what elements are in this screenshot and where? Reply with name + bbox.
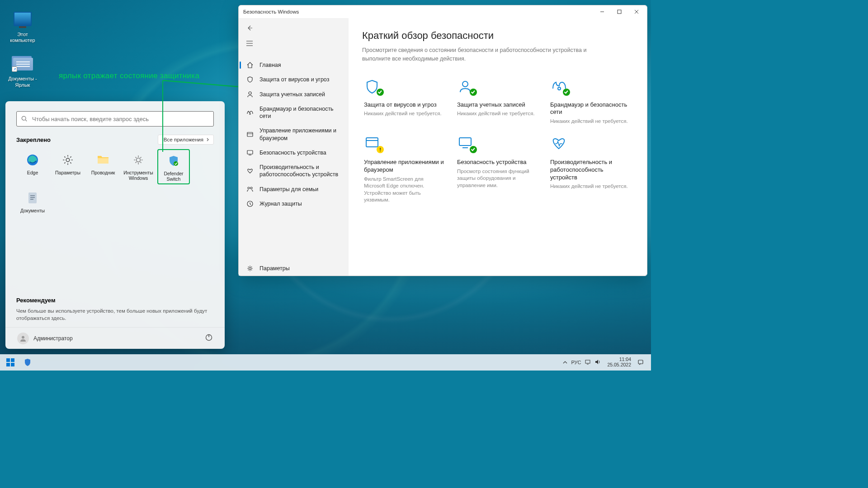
svg-point-34 [558,87,561,90]
network-icon[interactable] [585,359,591,366]
folder-icon [97,155,109,165]
card-icon [457,79,475,95]
language-indicator[interactable]: РУС [571,360,581,365]
nav-item-label: Безопасность устройства [259,149,326,156]
svg-rect-17 [618,10,621,14]
search-box[interactable] [16,111,214,127]
nav-item-label: Управление приложениями и браузером [259,127,344,142]
this-pc-label: Этот компьютер [5,32,41,43]
shield-icon [246,76,254,83]
security-card[interactable]: Защита от вирусов и угрозНикаких действи… [362,77,447,127]
taskbar-clock[interactable]: 11:04 25.05.2022 [607,357,631,367]
search-input[interactable] [32,116,209,122]
documents-shortcut-label: Документы - Ярлык [5,76,41,88]
gear-icon [62,154,74,166]
window-titlebar[interactable]: Безопасность Windows [239,5,647,18]
hamburger-button[interactable] [241,36,259,51]
app-browser-icon [246,131,254,138]
svg-point-33 [462,81,468,87]
nav-protection-history[interactable]: Журнал защиты [239,197,349,211]
nav-virus-threat[interactable]: Защита от вирусов и угроз [239,72,349,87]
user-account-button[interactable]: Администратор [17,333,73,344]
svg-rect-42 [11,363,14,366]
close-button[interactable] [628,6,645,18]
shield-icon [23,358,32,367]
svg-point-13 [22,336,24,338]
windows-security-window: Безопасность Windows Главная Защита от в… [238,5,647,276]
volume-icon[interactable] [594,359,601,366]
svg-point-23 [249,92,251,94]
security-card[interactable]: Брандмауэр и безопасность сетиНикаких де… [548,77,633,127]
card-subtitle: Никаких действий не требуется. [364,110,445,117]
nav-item-label: Защита от вирусов и угроз [259,76,329,83]
heart-pulse-icon [246,168,254,174]
svg-point-29 [248,187,250,189]
start-button[interactable] [4,356,17,369]
avatar-icon [17,333,29,344]
svg-rect-35 [366,138,378,147]
card-subtitle: Никаких действий не требуется. [457,110,538,117]
pinned-windows-tools[interactable]: Инструменты Windows [122,149,155,184]
page-subtitle: Просмотрите сведения о состоянии безопас… [362,46,597,63]
card-icon [550,136,568,152]
nav-family[interactable]: Параметры для семьи [239,182,349,197]
back-button[interactable] [241,21,259,35]
card-subtitle: Никаких действий не требуется. [550,118,632,125]
firewall-icon [246,109,254,116]
pinned-defender-switch[interactable]: Defender Switch [157,149,190,184]
nav-item-label: Параметры [259,265,290,272]
nav-performance[interactable]: Производительность и работоспособность у… [239,160,349,182]
security-card[interactable]: Безопасность устройстваПросмотр состояни… [455,134,540,206]
nav-device-security[interactable]: Безопасность устройства [239,145,349,160]
taskbar-defender[interactable] [21,356,34,369]
this-pc-icon[interactable]: Этот компьютер [5,8,41,43]
svg-point-8 [174,161,178,166]
nav-home[interactable]: Главная [239,58,349,72]
svg-rect-6 [98,158,108,164]
security-card[interactable]: Производительность и работоспособность у… [548,134,633,206]
all-apps-button[interactable]: Все приложения [158,135,214,145]
device-icon [246,150,254,156]
card-subtitle: Никаких действий не требуется. [550,183,632,190]
nav-app-browser[interactable]: Управление приложениями и браузером [239,123,349,145]
status-ok-icon [470,89,477,96]
svg-rect-9 [28,192,37,203]
history-icon [246,200,254,207]
start-menu: Закреплено Все приложения Edge Параметры… [5,101,225,349]
card-title: Управление приложениями и браузером [364,159,445,174]
nav-settings[interactable]: Параметры [239,261,349,276]
home-icon [246,61,254,69]
minimize-button[interactable] [594,6,611,18]
tray-chevron-up-icon[interactable] [563,360,567,365]
notifications-button[interactable] [634,356,647,369]
pinned-item-label: Параметры [55,170,80,175]
document-icon [27,192,38,204]
family-icon [246,186,254,192]
windows-logo-icon [6,358,15,367]
card-icon [364,136,382,152]
security-card[interactable]: Защита учетных записейНикаких действий н… [455,77,540,127]
nav-firewall[interactable]: Брандмауэр и безопасность сети [239,102,349,124]
svg-rect-27 [247,150,253,154]
nav-account-protection[interactable]: Защита учетных записей [239,87,349,102]
status-ok-icon [377,89,384,96]
power-button[interactable] [205,333,213,343]
card-title: Безопасность устройства [457,159,538,166]
maximize-button[interactable] [611,6,628,18]
svg-rect-43 [585,360,590,363]
svg-point-24 [250,113,251,115]
pinned-explorer[interactable]: Проводник [87,149,119,184]
back-arrow-icon [246,24,253,32]
shortcut-overlay-icon: ↗ [12,66,17,72]
svg-rect-41 [6,363,10,366]
pinned-documents[interactable]: Документы [16,187,49,222]
card-subtitle: Фильтр SmartScreen для Microsoft Edge от… [364,176,445,204]
pinned-settings[interactable]: Параметры [52,149,84,184]
svg-rect-25 [247,132,253,136]
pinned-edge[interactable]: Edge [16,149,49,184]
power-icon [205,333,213,342]
documents-shortcut-icon[interactable]: ↗ Документы - Ярлык [5,52,41,88]
chevron-right-icon [206,138,210,141]
search-icon [21,116,28,122]
security-card[interactable]: Управление приложениями и браузеромФильт… [362,134,447,206]
